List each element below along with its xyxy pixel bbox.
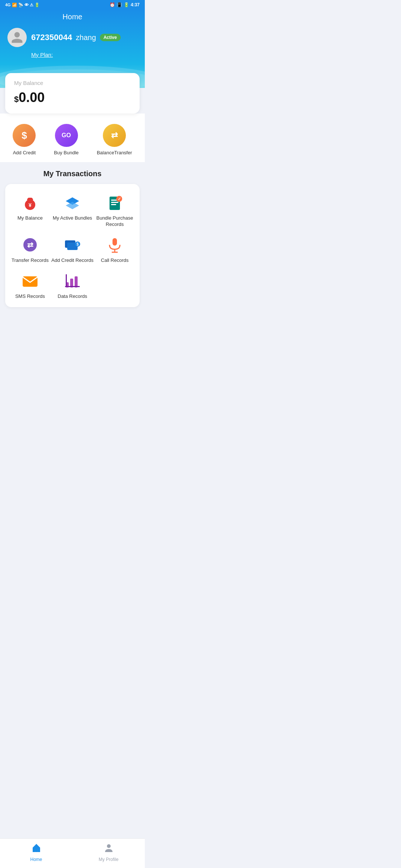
svg-text:$: $ — [76, 242, 79, 246]
status-right: ⏰ 📳 🔋 4:37 — [110, 2, 140, 7]
vibrate-icon: 📳 — [117, 2, 122, 7]
add-credit-label: Add Credit — [13, 150, 36, 155]
tx-sms-records[interactable]: SMS Records — [9, 271, 51, 300]
my-plan-link[interactable]: My Plan: — [31, 52, 53, 58]
bar-chart-icon — [63, 271, 82, 290]
balance-value: 0.00 — [19, 90, 45, 105]
transfer-arrows-icon: ⇄ — [111, 131, 118, 140]
user-name: zhang — [76, 33, 96, 42]
balance-transfer-label: BalanceTransfer — [97, 150, 132, 155]
transactions-title: My Transactions — [5, 170, 140, 178]
eye-icon: 👁 — [25, 3, 29, 7]
signal-icon: 📶 — [12, 3, 17, 7]
svg-rect-21 — [23, 276, 38, 287]
currency-symbol: $ — [14, 95, 19, 104]
balance-amount: $0.00 — [14, 90, 131, 105]
tx-my-active-bundles[interactable]: My Active Bundles — [51, 193, 94, 228]
svg-rect-3 — [28, 198, 32, 200]
network-indicator: 4G — [5, 3, 11, 7]
status-left: 4G 📶 📡 👁 ⚠ 🔋 — [5, 3, 40, 7]
tx-add-credit-records[interactable]: $ Add Credit Records — [51, 235, 94, 264]
go-label-icon: GO — [62, 132, 71, 139]
money-bag-icon: ¥ — [20, 193, 40, 212]
tx-add-credit-records-label: Add Credit Records — [51, 257, 93, 264]
tx-my-balance-label: My Balance — [17, 215, 43, 221]
balance-label: My Balance — [14, 80, 131, 86]
tx-my-active-bundles-label: My Active Bundles — [53, 215, 92, 221]
tx-data-records-label: Data Records — [58, 293, 87, 300]
user-avatar-icon — [10, 31, 24, 44]
user-row: 672350044 zhang Active — [7, 28, 137, 47]
svg-text:⇄: ⇄ — [27, 241, 33, 249]
user-number: 672350044 — [31, 33, 72, 42]
dollar-sign-icon: $ — [22, 130, 27, 141]
time-display: 4:37 — [131, 2, 140, 7]
user-info: 672350044 zhang Active — [31, 33, 121, 42]
tx-bundle-purchase-records[interactable]: ✓ Bundle Purchase Records — [94, 193, 136, 228]
alarm-icon: ⏰ — [110, 2, 115, 7]
receipt-icon: ✓ — [105, 193, 124, 212]
envelope-icon — [20, 271, 40, 290]
battery-icon: 🔋 — [124, 2, 129, 7]
transfer-icon: ⇄ — [20, 235, 40, 254]
page-title: Home — [7, 13, 137, 21]
svg-rect-24 — [75, 276, 78, 287]
svg-rect-25 — [66, 275, 79, 276]
transactions-card: ¥ My Balance My Active Bundles — [5, 184, 140, 307]
buy-bundle-action[interactable]: GO Buy Bundle — [54, 124, 79, 155]
status-badge: Active — [100, 34, 121, 41]
battery-low-icon: 🔋 — [35, 3, 40, 7]
wifi-icon: 📡 — [18, 3, 23, 7]
svg-rect-18 — [113, 238, 117, 246]
add-credit-icon: $ — [13, 124, 36, 147]
svg-rect-26 — [65, 286, 80, 287]
svg-rect-27 — [66, 274, 67, 287]
svg-text:✓: ✓ — [118, 197, 121, 201]
tx-data-records[interactable]: Data Records — [51, 271, 94, 300]
status-bar: 4G 📶 📡 👁 ⚠ 🔋 ⏰ 📳 🔋 4:37 — [0, 0, 145, 9]
tx-my-balance[interactable]: ¥ My Balance — [9, 193, 51, 228]
svg-rect-8 — [111, 202, 118, 203]
microphone-icon — [105, 235, 124, 254]
tx-transfer-records[interactable]: ⇄ Transfer Records — [9, 235, 51, 264]
avatar — [7, 28, 27, 47]
buy-bundle-label: Buy Bundle — [54, 150, 79, 155]
svg-text:¥: ¥ — [29, 202, 32, 208]
balance-transfer-action[interactable]: ⇄ BalanceTransfer — [97, 124, 132, 155]
tx-transfer-records-label: Transfer Records — [12, 257, 49, 264]
credit-cards-icon: $ — [63, 235, 82, 254]
layers-icon — [63, 193, 82, 212]
transactions-section: My Transactions ¥ My Balance — [0, 162, 145, 311]
tx-sms-records-label: SMS Records — [15, 293, 45, 300]
tx-call-records-label: Call Records — [101, 257, 128, 264]
transactions-grid: ¥ My Balance My Active Bundles — [9, 193, 136, 300]
tx-bundle-purchase-label: Bundle Purchase Records — [94, 215, 136, 228]
tx-call-records[interactable]: Call Records — [94, 235, 136, 264]
buy-bundle-icon: GO — [55, 124, 78, 147]
quick-actions: $ Add Credit GO Buy Bundle ⇄ BalanceTran… — [0, 114, 145, 162]
balance-transfer-icon: ⇄ — [103, 124, 126, 147]
svg-marker-5 — [66, 202, 79, 209]
svg-rect-9 — [111, 204, 116, 205]
warning-icon: ⚠ — [30, 3, 33, 7]
add-credit-action[interactable]: $ Add Credit — [13, 124, 36, 155]
balance-card: My Balance $0.00 — [5, 73, 140, 114]
